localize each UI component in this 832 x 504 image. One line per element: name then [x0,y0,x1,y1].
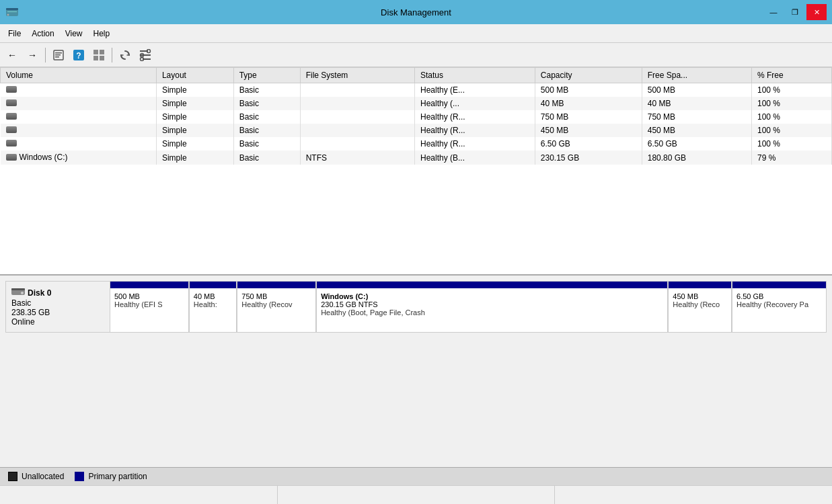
window-controls: — ❐ ✕ [763,4,827,20]
table-row[interactable]: Simple Basic Healthy (R... 750 MB 750 MB… [1,110,832,124]
partition-name: Windows (C:) [321,292,663,300]
menu-help[interactable]: Help [88,26,116,41]
svg-point-19 [141,57,144,60]
partition-header [732,282,826,288]
table-row[interactable]: Simple Basic Healthy (E... 500 MB 500 MB… [1,83,832,97]
back-button[interactable]: ← [3,46,22,65]
table-row[interactable]: Simple Basic Healthy (R... 450 MB 450 MB… [1,124,832,137]
table-area: Volume Layout Type File System Status Ca… [0,67,832,276]
forward-button[interactable]: → [23,46,42,65]
cell-freespace: 500 MB [642,83,751,97]
status-section-3 [555,486,832,504]
partition-size: 450 MB [673,292,727,300]
partition-header [237,282,315,288]
disk-title: Disk 0 [28,288,51,298]
col-percentfree: % Free [751,68,831,83]
partition[interactable]: 750 MB Healthy (Recov [237,282,317,332]
view-button[interactable] [89,46,108,65]
cell-filesystem [300,97,414,110]
cell-freespace: 180.80 GB [642,151,751,165]
table-row[interactable]: Simple Basic Healthy (... 40 MB 40 MB 10… [1,97,832,110]
col-capacity: Capacity [535,68,642,83]
svg-rect-21 [11,288,25,290]
cell-status: Healthy (E... [414,83,535,97]
col-status: Status [414,68,535,83]
disk-status: Online [11,317,104,327]
close-button[interactable]: ✕ [806,4,827,20]
properties-button[interactable] [49,46,68,65]
main-content: Volume Layout Type File System Status Ca… [0,67,832,485]
title-bar-left [5,5,19,19]
unallocated-label: Unallocated [22,472,64,481]
cell-volume [1,137,157,151]
cell-capacity: 450 MB [535,124,642,137]
svg-rect-7 [55,56,59,58]
cell-percentfree: 79 % [751,151,831,165]
cell-status: Healthy (R... [414,110,535,124]
partition-status: Healthy (Boot, Page File, Crash [321,308,663,317]
cell-layout: Simple [156,110,233,124]
cell-filesystem [300,124,414,137]
partition[interactable]: 6.50 GB Healthy (Recovery Pa [732,282,826,332]
cell-layout: Simple [156,124,233,137]
partition-body: 500 MB Healthy (EFI S [110,288,188,332]
cell-capacity: 750 MB [535,110,642,124]
primary-color [75,472,84,481]
table-row[interactable]: Simple Basic Healthy (R... 6.50 GB 6.50 … [1,137,832,151]
status-section-2 [278,486,556,504]
cell-volume [1,124,157,137]
settings-button[interactable] [136,46,155,65]
cell-capacity: 500 MB [535,83,642,97]
toolbar: ← → ? [0,43,832,67]
disk-icon [11,287,25,298]
status-section-1 [0,486,278,504]
table-row[interactable]: Windows (C:) Simple Basic NTFS Healthy (… [1,151,832,165]
svg-text:?: ? [76,51,81,60]
col-filesystem: File System [300,68,414,83]
refresh-button[interactable] [116,46,135,65]
svg-rect-10 [93,50,98,54]
svg-point-3 [7,14,9,16]
svg-rect-2 [7,11,17,12]
status-bar [0,485,832,504]
menu-action[interactable]: Action [26,26,59,41]
partition[interactable]: 450 MB Healthy (Reco [669,282,732,332]
partition-status: Healthy (Recovery Pa [736,300,822,308]
cell-layout: Simple [156,83,233,97]
menu-view[interactable]: View [60,26,88,41]
cell-capacity: 6.50 GB [535,137,642,151]
cell-status: Healthy (R... [414,137,535,151]
disk-size: 238.35 GB [11,308,104,317]
partition[interactable]: 40 MB Health: [190,282,238,332]
partition-body: 450 MB Healthy (Reco [669,288,731,332]
cell-type: Basic [233,97,300,110]
cell-freespace: 6.50 GB [642,137,751,151]
cell-layout: Simple [156,97,233,110]
help-button[interactable]: ? [69,46,88,65]
app-icon [5,5,19,19]
partition-body: 6.50 GB Healthy (Recovery Pa [732,288,826,332]
partition[interactable]: Windows (C:) 230.15 GB NTFS Healthy (Boo… [317,282,669,332]
unallocated-color [8,472,17,481]
menu-file[interactable]: File [3,26,26,41]
partition-body: Windows (C:) 230.15 GB NTFS Healthy (Boo… [317,288,667,332]
cell-type: Basic [233,124,300,137]
svg-rect-15 [140,54,151,56]
partition-size: 6.50 GB [736,292,822,300]
disk-row-0: Disk 0 Basic 238.35 GB Online 500 MB Hea… [5,281,827,333]
cell-percentfree: 100 % [751,124,831,137]
svg-rect-12 [93,56,98,60]
cell-filesystem: NTFS [300,151,414,165]
cell-volume [1,110,157,124]
cell-type: Basic [233,83,300,97]
svg-rect-13 [100,56,104,60]
restore-button[interactable]: ❐ [785,4,805,20]
window-title: Disk Management [381,7,451,17]
minimize-button[interactable]: — [763,4,784,20]
partition-header [110,282,188,288]
cell-layout: Simple [156,151,233,165]
cell-percentfree: 100 % [751,83,831,97]
partition-body: 40 MB Health: [190,288,237,332]
partition[interactable]: 500 MB Healthy (EFI S [110,282,190,332]
svg-rect-11 [100,50,104,54]
